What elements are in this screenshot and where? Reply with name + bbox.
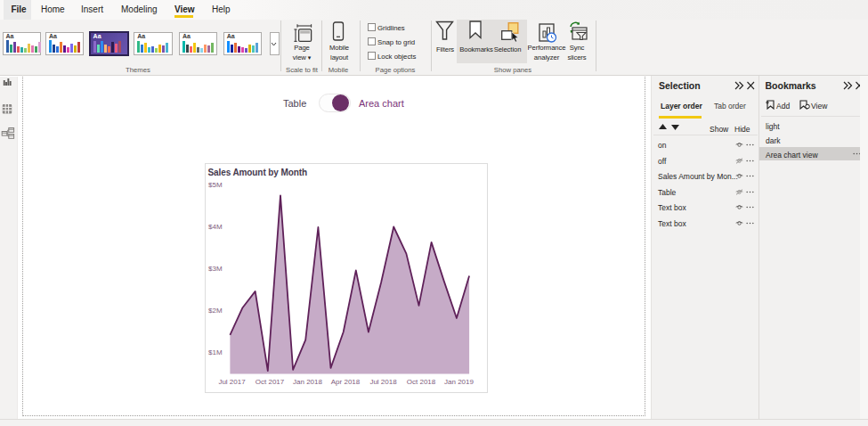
svg-text:$5M: $5M <box>208 181 223 189</box>
svg-text:Apr 2018: Apr 2018 <box>331 378 361 386</box>
svg-text:Jul 2017: Jul 2017 <box>218 378 246 386</box>
svg-text:$4M: $4M <box>208 223 223 231</box>
svg-text:Jul 2018: Jul 2018 <box>369 378 397 386</box>
svg-text:Oct 2017: Oct 2017 <box>256 378 285 386</box>
svg-text:$2M: $2M <box>208 307 223 315</box>
svg-text:Jan 2018: Jan 2018 <box>293 378 322 386</box>
svg-text:$1M: $1M <box>208 348 223 356</box>
svg-text:$3M: $3M <box>208 265 223 273</box>
svg-text:Oct 2018: Oct 2018 <box>407 378 436 386</box>
svg-text:Jan 2019: Jan 2019 <box>444 378 474 386</box>
